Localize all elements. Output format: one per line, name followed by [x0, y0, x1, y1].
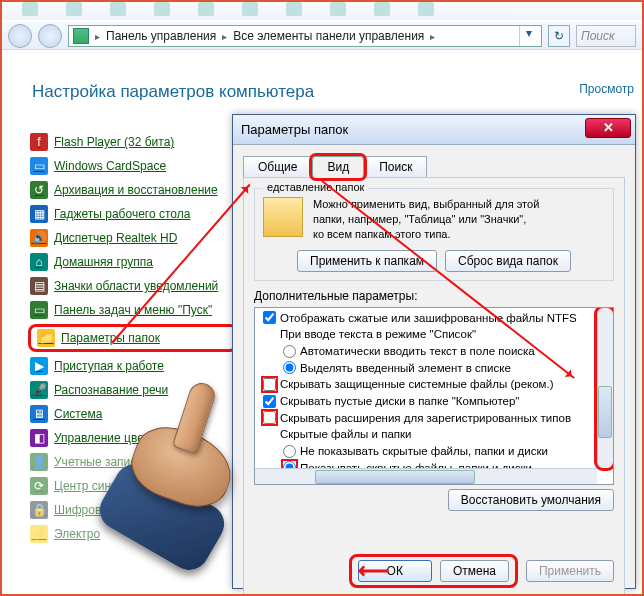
cp-item-icon: 🔊	[30, 229, 48, 247]
cp-item-16[interactable]: ⚡Электро	[28, 522, 238, 546]
cp-item-2[interactable]: ↺Архивация и восстановление	[28, 178, 238, 202]
address-bar: Панель управления Все элементы панели уп…	[2, 22, 642, 50]
cp-item-11[interactable]: 🖥Система	[28, 402, 238, 426]
cp-item-label: Диспетчер Realtek HD	[54, 231, 177, 245]
cp-item-icon: 🔒	[30, 501, 48, 519]
cp-item-10[interactable]: 🎤Распознавание речи	[28, 378, 238, 402]
cp-item-icon: ▶	[30, 357, 48, 375]
cp-item-icon: ◧	[30, 429, 48, 447]
control-panel-icon	[73, 28, 89, 44]
opt-list-mode: При вводе текста в режиме "Список"	[263, 326, 611, 343]
group-label: едставление папок	[263, 181, 368, 193]
cp-item-icon: ▦	[30, 205, 48, 223]
cp-item-icon: ▭	[30, 301, 48, 319]
dialog-titlebar[interactable]: Параметры папок ✕	[233, 115, 635, 145]
refresh-button[interactable]: ↻	[548, 25, 570, 47]
cp-item-label: Управление цветом	[54, 431, 164, 445]
cp-item-icon: ▭	[30, 157, 48, 175]
cp-item-6[interactable]: ▤Значки области уведомлений	[28, 274, 238, 298]
opt-hide-protected[interactable]: Скрывать защищенные системные файлы (рек…	[263, 376, 611, 393]
cp-item-icon: ⚡	[30, 525, 48, 543]
breadcrumb-dropdown-icon[interactable]: ▾	[519, 26, 537, 46]
cp-item-label: Электро	[54, 527, 100, 541]
cp-item-label: Значки области уведомлений	[54, 279, 218, 293]
search-input[interactable]: Поиск	[576, 25, 636, 47]
cp-item-label: Windows CardSpace	[54, 159, 166, 173]
opt-hide-empty[interactable]: Скрывать пустые диски в папке "Компьютер…	[263, 393, 611, 410]
dialog-footer: ОК ⟵ Отмена Применить	[254, 554, 614, 588]
view-mode-label[interactable]: Просмотр	[579, 82, 634, 96]
control-panel-list: fFlash Player (32 бита)▭Windows CardSpac…	[28, 130, 238, 546]
breadcrumb[interactable]: Панель управления Все элементы панели уп…	[68, 25, 542, 47]
cp-item-icon: 📁	[37, 329, 55, 347]
cp-item-15[interactable]: 🔒Шифрован	[28, 498, 238, 522]
tab-view[interactable]: Вид	[312, 156, 364, 178]
cp-item-label: Система	[54, 407, 102, 421]
opt-auto-type[interactable]: Автоматически вводить текст в поле поиск…	[263, 343, 611, 360]
scrollbar-thumb[interactable]	[598, 386, 612, 438]
cp-item-12[interactable]: ◧Управление цветом	[28, 426, 238, 450]
folder-view-description: Можно применить вид, выбранный для этой …	[313, 197, 605, 242]
cp-item-label: Панель задач и меню "Пуск"	[54, 303, 212, 317]
cp-item-13[interactable]: 👤Учетные записи	[28, 450, 238, 474]
folder-icon	[263, 197, 303, 237]
nav-forward-button[interactable]	[38, 24, 62, 48]
tree-scrollbar-horizontal[interactable]	[255, 468, 597, 484]
reset-folders-button[interactable]: Сброс вида папок	[445, 250, 571, 272]
opt-hide-ext[interactable]: Скрывать расширения для зарегистрированн…	[263, 410, 611, 427]
dialog-title: Параметры папок	[241, 122, 348, 137]
cp-item-icon: ↺	[30, 181, 48, 199]
breadcrumb-seg[interactable]: Все элементы панели управления	[233, 29, 424, 43]
close-button[interactable]: ✕	[585, 118, 631, 138]
cp-item-1[interactable]: ▭Windows CardSpace	[28, 154, 238, 178]
cp-item-label: Домашняя группа	[54, 255, 153, 269]
tab-search[interactable]: Поиск	[364, 156, 427, 178]
opt-dont-show-hidden[interactable]: Не показывать скрытые файлы, папки и дис…	[263, 443, 611, 460]
cp-item-label: Центр синхро	[54, 479, 130, 493]
cp-item-label: Гаджеты рабочего стола	[54, 207, 190, 221]
apply-button[interactable]: Применить	[526, 560, 614, 582]
cp-item-label: Параметры папок	[61, 331, 160, 345]
restore-defaults-button[interactable]: Восстановить умолчания	[448, 489, 614, 511]
cp-item-label: Шифрован	[54, 503, 114, 517]
cp-item-icon: 🎤	[30, 381, 48, 399]
cp-item-label: Flash Player (32 бита)	[54, 135, 174, 149]
cp-item-5[interactable]: ⌂Домашняя группа	[28, 250, 238, 274]
tab-view-panel: едставление папок Можно применить вид, в…	[243, 177, 625, 596]
opt-nti[interactable]: Отображать сжатые или зашифрованные файл…	[263, 310, 611, 327]
tab-general[interactable]: Общие	[243, 156, 312, 178]
cp-item-9[interactable]: ▶Приступая к работе	[28, 354, 238, 378]
cp-item-icon: ⟳	[30, 477, 48, 495]
advanced-settings-tree[interactable]: Отображать сжатые или зашифрованные файл…	[254, 307, 614, 485]
cp-item-label: Распознавание речи	[54, 383, 168, 397]
opt-hidden-folder: Скрытые файлы и папки	[263, 426, 611, 443]
cp-item-icon: 👤	[30, 453, 48, 471]
tabstrip: Общие Вид Поиск	[233, 145, 635, 177]
breadcrumb-seg[interactable]: Панель управления	[106, 29, 216, 43]
cp-item-icon: f	[30, 133, 48, 151]
scrollbar-thumb[interactable]	[315, 470, 475, 484]
cp-item-icon: ▤	[30, 277, 48, 295]
cp-item-3[interactable]: ▦Гаджеты рабочего стола	[28, 202, 238, 226]
annotation-arrow-icon: ⟵	[358, 558, 390, 584]
tree-scrollbar-vertical[interactable]	[597, 308, 613, 468]
cp-item-label: Учетные записи	[54, 455, 143, 469]
cp-item-icon: 🖥	[30, 405, 48, 423]
cp-item-4[interactable]: 🔊Диспетчер Realtek HD	[28, 226, 238, 250]
cp-item-0[interactable]: fFlash Player (32 бита)	[28, 130, 238, 154]
folder-options-dialog: Параметры папок ✕ Общие Вид Поиск едстав…	[232, 114, 636, 589]
cp-item-icon: ⌂	[30, 253, 48, 271]
page-title: Настройка параметров компьютера	[32, 82, 314, 102]
cancel-button[interactable]: Отмена	[440, 560, 509, 582]
cp-item-label: Архивация и восстановление	[54, 183, 218, 197]
nav-back-button[interactable]	[8, 24, 32, 48]
advanced-settings-label: Дополнительные параметры:	[254, 289, 614, 303]
cp-item-8[interactable]: 📁Параметры папок	[28, 324, 238, 352]
cp-item-14[interactable]: ⟳Центр синхро	[28, 474, 238, 498]
cp-item-label: Приступая к работе	[54, 359, 164, 373]
